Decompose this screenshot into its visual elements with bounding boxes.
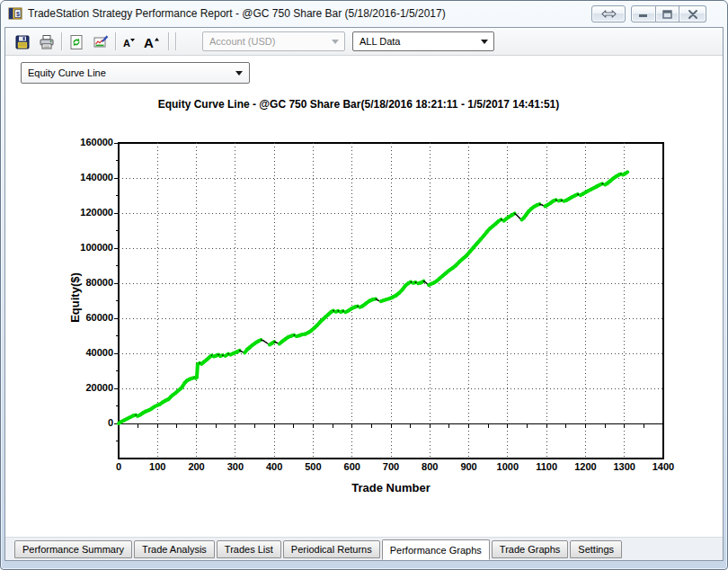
- minimize-button[interactable]: [631, 5, 656, 22]
- tab-periodical-returns[interactable]: Periodical Returns: [283, 540, 380, 558]
- svg-text:A: A: [123, 38, 130, 49]
- window-title: TradeStation Strategy Performance Report…: [28, 7, 446, 20]
- toolbar: A A Account (USD) ALL Data: [5, 28, 723, 56]
- decrease-font-button[interactable]: A: [119, 31, 138, 53]
- title-bar[interactable]: $ TradeStation Strategy Performance Repo…: [1, 1, 727, 27]
- tab-trades-list[interactable]: Trades List: [217, 540, 281, 558]
- print-icon: [39, 34, 55, 50]
- increase-font-button[interactable]: A: [138, 31, 165, 53]
- window-controls: [631, 5, 706, 22]
- tab-trade-analysis[interactable]: Trade Analysis: [134, 540, 215, 558]
- toolbar-separator: [168, 32, 170, 50]
- increase-font-icon: A: [142, 34, 162, 50]
- y-tick-label: 20000: [49, 382, 113, 393]
- toolbar-separator: [115, 32, 117, 50]
- customize-report-icon: [93, 34, 109, 50]
- y-tick-label: 140000: [49, 172, 113, 183]
- account-combo-value: Account (USD): [209, 36, 275, 47]
- tab-performance-summary[interactable]: Performance Summary: [14, 540, 132, 558]
- y-tick-label: 100000: [49, 242, 113, 253]
- data-range-combo-value: ALL Data: [360, 36, 400, 47]
- restore-icon: [662, 10, 672, 19]
- y-tick-label: 120000: [49, 207, 113, 218]
- undock-icon: [601, 9, 617, 19]
- report-client-area: A A Account (USD) ALL Data: [4, 27, 724, 561]
- close-button[interactable]: [679, 5, 706, 22]
- toolbar-separator: [175, 32, 177, 50]
- print-button[interactable]: [35, 31, 58, 53]
- app-icon: $: [8, 6, 22, 21]
- tab-trade-graphs[interactable]: Trade Graphs: [492, 540, 568, 558]
- tab-performance-graphs[interactable]: Performance Graphs: [382, 539, 490, 560]
- decrease-font-icon: A: [120, 34, 137, 50]
- customize-button[interactable]: [89, 31, 112, 53]
- minimize-icon: [639, 10, 648, 18]
- chevron-down-icon: [481, 40, 488, 44]
- x-axis-title: Trade Number: [119, 481, 663, 494]
- y-tick-label: 40000: [49, 347, 113, 358]
- refresh-icon: [68, 34, 84, 50]
- equity-curve-chart: [110, 138, 669, 472]
- graph-type-combo-value: Equity Curve Line: [28, 67, 106, 78]
- y-tick-label: 160000: [49, 137, 113, 147]
- chevron-down-icon: [332, 40, 339, 44]
- tradestation-performance-report-window: $ TradeStation Strategy Performance Repo…: [0, 0, 728, 570]
- toolbar-separator: [61, 32, 63, 50]
- undock-button[interactable]: [591, 5, 626, 22]
- chevron-down-icon: [235, 71, 243, 76]
- y-tick-label: 0: [49, 417, 113, 428]
- chart-title: Equity Curve Line - @GC 750 Share Bar(5/…: [5, 98, 712, 111]
- save-button[interactable]: [11, 31, 34, 53]
- restore-button[interactable]: [656, 5, 679, 22]
- report-tab-strip: Performance SummaryTrade AnalysisTrades …: [5, 537, 723, 560]
- y-axis-title: Equity($): [68, 272, 82, 323]
- data-range-combo[interactable]: ALL Data: [352, 31, 494, 51]
- tab-settings[interactable]: Settings: [570, 540, 622, 558]
- refresh-button[interactable]: [65, 31, 88, 53]
- save-icon: [14, 34, 31, 50]
- svg-text:$: $: [16, 11, 20, 18]
- account-combo: Account (USD): [202, 31, 345, 51]
- graph-type-combo[interactable]: Equity Curve Line: [21, 62, 250, 84]
- x-tick-label: 1400: [636, 461, 690, 472]
- svg-text:A: A: [144, 35, 154, 50]
- close-icon: [688, 10, 697, 19]
